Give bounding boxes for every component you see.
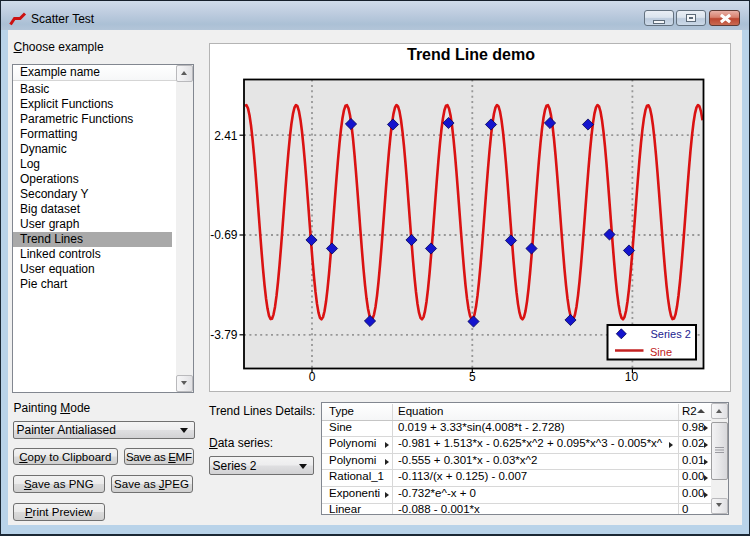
svg-text:0: 0 (308, 370, 315, 384)
svg-text:-0.69: -0.69 (210, 228, 238, 242)
svg-text:5: 5 (468, 370, 475, 384)
svg-text:Trend Line demo: Trend Line demo (406, 46, 534, 63)
svg-text:Series 2: Series 2 (650, 328, 690, 340)
svg-text:10: 10 (624, 370, 638, 384)
svg-text:-3.79: -3.79 (210, 328, 238, 342)
svg-text:2.41: 2.41 (214, 128, 238, 142)
svg-text:Sine: Sine (650, 346, 672, 358)
